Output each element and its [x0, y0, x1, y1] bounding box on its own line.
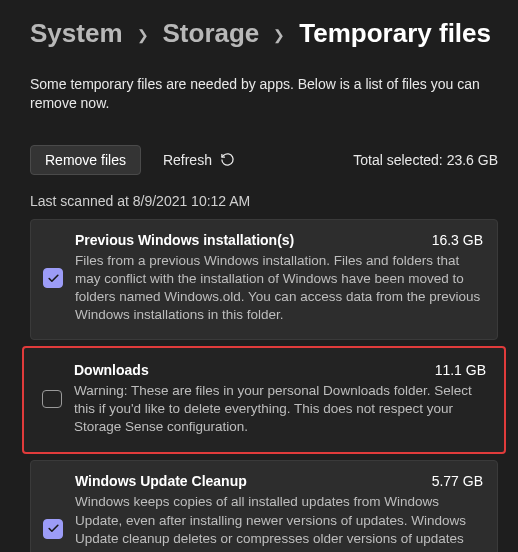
- list-item: Downloads11.1 GBWarning: These are files…: [22, 346, 506, 455]
- breadcrumb-system[interactable]: System: [30, 18, 123, 49]
- refresh-button[interactable]: Refresh: [163, 152, 235, 168]
- item-description: Windows keeps copies of all installed up…: [75, 493, 483, 552]
- breadcrumb-storage[interactable]: Storage: [163, 18, 260, 49]
- breadcrumb-current: Temporary files: [299, 18, 491, 49]
- list-item: Previous Windows installation(s)16.3 GBF…: [30, 219, 498, 340]
- item-size: 5.77 GB: [432, 473, 483, 489]
- item-title: Previous Windows installation(s): [75, 232, 294, 248]
- refresh-label: Refresh: [163, 152, 212, 168]
- remove-files-button[interactable]: Remove files: [30, 145, 141, 175]
- item-description: Files from a previous Windows installati…: [75, 252, 483, 325]
- actions-row: Remove files Refresh Total selected: 23.…: [30, 145, 498, 175]
- item-body: Previous Windows installation(s)16.3 GBF…: [75, 232, 483, 325]
- item-size: 11.1 GB: [435, 362, 486, 378]
- item-body: Windows Update Cleanup5.77 GBWindows kee…: [75, 473, 483, 552]
- breadcrumb: System ❯ Storage ❯ Temporary files: [30, 18, 498, 49]
- item-body: Downloads11.1 GBWarning: These are files…: [74, 362, 486, 437]
- chevron-right-icon: ❯: [273, 27, 285, 43]
- list-item: Windows Update Cleanup5.77 GBWindows kee…: [30, 460, 498, 552]
- total-selected: Total selected: 23.6 GB: [353, 152, 498, 168]
- checkbox[interactable]: [43, 519, 63, 539]
- page-description: Some temporary files are needed by apps.…: [30, 75, 498, 113]
- item-title: Windows Update Cleanup: [75, 473, 247, 489]
- item-description: Warning: These are files in your persona…: [74, 382, 486, 437]
- refresh-icon: [220, 152, 235, 167]
- chevron-right-icon: ❯: [137, 27, 149, 43]
- checkbox[interactable]: [42, 390, 62, 408]
- last-scanned: Last scanned at 8/9/2021 10:12 AM: [30, 193, 498, 209]
- checkbox[interactable]: [43, 268, 63, 288]
- item-size: 16.3 GB: [432, 232, 483, 248]
- item-title: Downloads: [74, 362, 149, 378]
